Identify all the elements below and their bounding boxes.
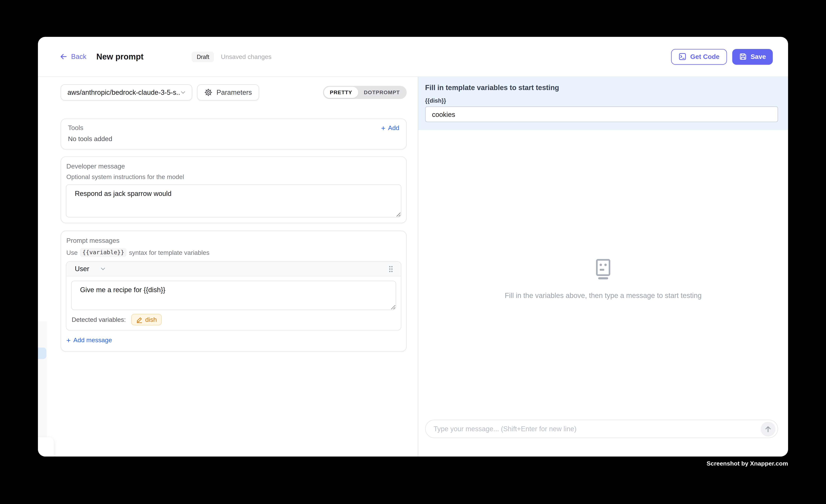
get-code-label: Get Code xyxy=(690,53,719,60)
toggle-pretty[interactable]: PRETTY xyxy=(324,87,358,98)
add-tool-label: Add xyxy=(388,124,399,132)
message-header: User xyxy=(66,262,401,276)
test-panel-title: Fill in template variables to start test… xyxy=(425,84,778,91)
robot-icon xyxy=(594,258,612,279)
parameters-label: Parameters xyxy=(217,88,252,96)
model-toolbar: aws/anthropic/bedrock-claude-3-5-s... Pa… xyxy=(61,84,407,101)
prompt-messages-title: Prompt messages xyxy=(66,237,401,244)
arrow-up-icon xyxy=(764,425,772,433)
back-arrow-icon xyxy=(60,53,67,61)
back-button[interactable]: Back xyxy=(60,53,86,61)
unsaved-changes-text: Unsaved changes xyxy=(221,53,272,60)
page-title: New prompt xyxy=(96,52,143,61)
app-window: Back New prompt Draft Unsaved changes Ge… xyxy=(38,37,788,456)
save-icon xyxy=(739,53,747,61)
sidebar-peek-active-item xyxy=(38,348,46,359)
developer-message-title: Developer message xyxy=(66,163,401,170)
variable-chip-dish[interactable]: dish xyxy=(131,314,162,325)
corner-popover xyxy=(38,437,54,456)
parameters-button[interactable]: Parameters xyxy=(197,84,259,101)
pencil-icon xyxy=(136,316,142,323)
send-button[interactable] xyxy=(761,422,775,436)
chat-empty-state: Fill in the variables above, then type a… xyxy=(505,258,702,299)
add-message-label: Add message xyxy=(73,336,112,344)
prompt-editor-panel: aws/anthropic/bedrock-claude-3-5-s... Pa… xyxy=(38,77,418,456)
variable-chip-label: dish xyxy=(145,316,157,323)
get-code-button[interactable]: Get Code xyxy=(671,49,727,65)
detected-variables-row: Detected variables: dish xyxy=(71,310,396,330)
gear-icon xyxy=(204,88,212,96)
chat-message-field[interactable] xyxy=(432,425,761,433)
format-toggle: PRETTY DOTPROMPT xyxy=(323,86,407,99)
tools-card: Tools + Add No tools added xyxy=(61,118,407,149)
add-tool-button[interactable]: + Add xyxy=(381,124,399,132)
model-selector-value: aws/anthropic/bedrock-claude-3-5-s... xyxy=(67,88,180,96)
status-badge: Draft xyxy=(192,51,214,62)
back-label: Back xyxy=(71,53,86,61)
variable-syntax-chip: {{variable}} xyxy=(80,248,126,257)
tools-card-title: Tools xyxy=(68,124,83,132)
watermark-text: Screenshot by Xnapper.com xyxy=(707,460,788,467)
app-header: Back New prompt Draft Unsaved changes Ge… xyxy=(38,37,788,77)
message-input[interactable]: Give me a recipe for {{dish}} xyxy=(71,281,396,310)
detected-variables-label: Detected variables: xyxy=(72,316,126,323)
role-selector[interactable]: User xyxy=(75,265,107,273)
message-body: Give me a recipe for {{dish}} Detected v… xyxy=(66,276,401,330)
template-syntax-hint: Use {{variable}} syntax for template var… xyxy=(66,248,401,257)
add-message-button[interactable]: + Add message xyxy=(66,336,112,344)
chevron-down-icon xyxy=(100,265,107,272)
chat-input-bar xyxy=(425,420,778,438)
chevron-down-icon xyxy=(180,89,186,96)
sidebar-peek xyxy=(38,321,47,437)
save-label: Save xyxy=(751,53,766,60)
toggle-dotprompt[interactable]: DOTPROMPT xyxy=(358,87,406,98)
save-button[interactable]: Save xyxy=(732,49,773,65)
developer-message-subtitle: Optional system instructions for the mod… xyxy=(66,173,401,181)
model-selector[interactable]: aws/anthropic/bedrock-claude-3-5-s... xyxy=(61,84,192,101)
role-label: User xyxy=(75,265,89,273)
plus-icon: + xyxy=(381,124,386,132)
hint-suffix: syntax for template variables xyxy=(129,249,210,256)
test-panel: Fill in template variables to start test… xyxy=(418,77,788,456)
template-variables-section: Fill in template variables to start test… xyxy=(418,77,788,130)
hint-prefix: Use xyxy=(66,249,78,256)
plus-icon: + xyxy=(66,336,71,344)
screenshot-background: Back New prompt Draft Unsaved changes Ge… xyxy=(0,0,826,504)
message-block: User Give me a recipe for {{dish}} Det xyxy=(66,261,401,331)
variable-dish-label: {{dish}} xyxy=(425,98,778,104)
drag-handle-icon[interactable] xyxy=(388,265,394,272)
developer-message-card: Developer message Optional system instru… xyxy=(61,156,407,223)
terminal-icon xyxy=(678,53,687,61)
tools-empty-text: No tools added xyxy=(68,135,399,143)
chat-area: Fill in the variables above, then type a… xyxy=(418,131,788,456)
variable-dish-input[interactable] xyxy=(425,106,778,122)
developer-message-input[interactable]: Respond as jack sparrow would xyxy=(66,184,401,217)
prompt-messages-card: Prompt messages Use {{variable}} syntax … xyxy=(61,231,407,352)
chat-empty-text: Fill in the variables above, then type a… xyxy=(505,292,702,299)
